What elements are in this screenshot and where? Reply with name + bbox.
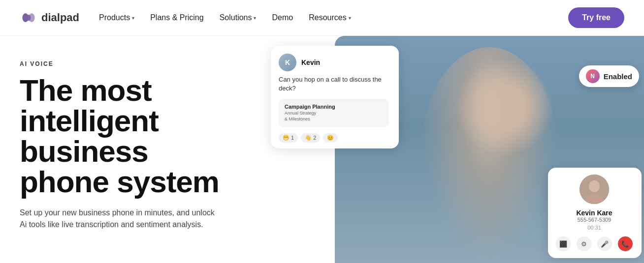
svg-point-2 <box>27 15 31 21</box>
navbar: dialpad Products ▾ Plans & Pricing Solut… <box>0 0 644 36</box>
screen-share-button[interactable]: ⬛ <box>556 236 571 251</box>
chat-header: K Kevin <box>279 54 389 71</box>
end-call-button[interactable]: 📞 <box>618 236 633 251</box>
chevron-down-icon: ▾ <box>132 15 134 21</box>
chat-card: K Kevin Can you hop on a call to discuss… <box>271 46 399 148</box>
call-controls: ⬛ ⚙ 🎤 📞 <box>555 236 634 251</box>
hero-title: The most intelligent business phone syst… <box>20 75 236 197</box>
call-card: Kevin Kare 555-567-5309 00:31 ⬛ ⚙ 🎤 📞 <box>548 168 642 258</box>
nav-item-resources[interactable]: Resources ▾ <box>309 13 351 22</box>
settings-button[interactable]: ⚙ <box>577 236 591 251</box>
nav-links: Products ▾ Plans & Pricing Solutions ▾ D… <box>99 13 568 22</box>
chat-attachment: Campaign Planning Annual Strategy & Mile… <box>279 99 389 127</box>
reaction-2[interactable]: 👋 2 <box>301 133 320 143</box>
nav-item-solutions[interactable]: Solutions ▾ <box>220 13 257 22</box>
attachment-subtitle: Annual Strategy & Milestones <box>285 111 383 122</box>
caller-number: 555-567-5309 <box>555 217 634 223</box>
try-free-button[interactable]: Try free <box>568 7 624 28</box>
mute-button[interactable]: 🎤 <box>597 236 612 251</box>
caller-avatar-img <box>580 175 609 204</box>
chevron-down-icon: ▾ <box>254 15 256 21</box>
ai-enabled-badge: N Enabled <box>579 65 639 87</box>
chat-message: Can you hop on a call to discuss the dec… <box>279 75 389 93</box>
ai-enabled-text: Enabled <box>604 72 632 81</box>
svg-point-4 <box>589 180 600 192</box>
reaction-1[interactable]: 😁 1 <box>279 133 298 143</box>
ai-icon: N <box>586 69 600 83</box>
chat-reactions: 😁 1 👋 2 😊 <box>279 133 389 143</box>
caller-name: Kevin Kare <box>555 209 634 217</box>
hero-left: Ai VOICE The most intelligent business p… <box>0 36 256 263</box>
nav-item-demo[interactable]: Demo <box>272 13 293 22</box>
nav-item-plans[interactable]: Plans & Pricing <box>150 13 204 22</box>
hero-right: K Kevin Can you hop on a call to discuss… <box>256 36 644 263</box>
chat-sender-name: Kevin <box>301 58 320 66</box>
call-avatar <box>580 175 609 204</box>
hero-subtitle: Set up your new business phone in minute… <box>20 207 217 231</box>
logo[interactable]: dialpad <box>20 9 79 27</box>
logo-icon <box>20 9 37 27</box>
ai-voice-badge: Ai VOICE <box>20 60 236 67</box>
chevron-down-icon: ▾ <box>349 15 351 21</box>
hero-section: Ai VOICE The most intelligent business p… <box>0 36 644 263</box>
reaction-3[interactable]: 😊 <box>323 133 338 143</box>
avatar: K <box>279 54 296 71</box>
nav-item-products[interactable]: Products ▾ <box>99 13 134 22</box>
call-timer: 00:31 <box>555 225 634 231</box>
attachment-title: Campaign Planning <box>285 104 383 110</box>
logo-text: dialpad <box>41 11 79 24</box>
